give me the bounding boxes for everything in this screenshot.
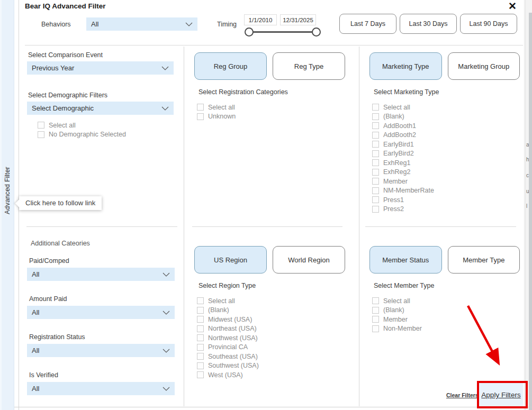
checkbox-option[interactable]: Midwest (USA) [197, 315, 345, 324]
date-range-slider-handle-start[interactable] [245, 28, 254, 37]
checkbox[interactable] [197, 307, 204, 314]
date-range-slider-handle-end[interactable] [312, 28, 321, 37]
clear-filters-link[interactable]: Clear Filters [446, 392, 479, 398]
checkbox-option[interactable]: Northeast (USA) [197, 324, 345, 334]
checkbox-option[interactable]: ExhReg2 [372, 168, 520, 177]
checkbox[interactable] [372, 325, 379, 332]
dialog-title: Bear IQ Advanced Filter [25, 2, 106, 10]
checkbox[interactable] [372, 178, 379, 185]
checkbox-option[interactable]: Southeast (USA) [197, 352, 345, 361]
tab-button[interactable]: Member Type [448, 246, 520, 274]
checkbox-label: Southeast (USA) [208, 353, 258, 360]
side-tab-label[interactable]: Advanced Filter [4, 167, 11, 214]
checkbox-label: Northeast (USA) [208, 325, 257, 332]
checkbox[interactable] [372, 307, 379, 314]
checkbox-option[interactable]: NM-MemberRate [372, 186, 520, 196]
tab-button[interactable]: Reg Type [273, 52, 345, 80]
demographic-dropdown[interactable]: Select Demographic [27, 102, 174, 115]
close-icon[interactable]: ✕ [508, 1, 517, 12]
tab-button[interactable]: US Region [194, 246, 267, 274]
filter-field-dropdown[interactable]: All [27, 344, 175, 357]
checkbox-option[interactable]: AddBooth1 [372, 121, 520, 131]
end-date-input[interactable]: 12/31/2025 [280, 14, 316, 25]
filter-field-dropdown[interactable]: All [27, 268, 175, 281]
checkbox[interactable] [372, 141, 379, 148]
checkbox-option[interactable]: Provincial CA [197, 343, 345, 352]
checkbox-option[interactable]: Press2 [372, 205, 520, 214]
checkbox-option[interactable]: ExhReg1 [372, 158, 520, 168]
checkbox-option[interactable]: Press1 [372, 195, 520, 205]
checkbox[interactable] [197, 371, 204, 378]
checkbox[interactable] [197, 104, 204, 111]
checkbox-option[interactable]: (Blank) [372, 306, 520, 315]
header-divider [25, 45, 523, 45]
checkbox[interactable] [372, 206, 379, 213]
checkbox[interactable] [372, 169, 379, 176]
checkbox[interactable] [197, 334, 204, 341]
checkbox[interactable] [372, 196, 379, 203]
page-scrollbar[interactable] [529, 13, 532, 410]
checkbox-option[interactable]: Non-Member [372, 324, 520, 334]
checkbox-option[interactable]: West (USA) [197, 370, 345, 380]
checkbox-option[interactable]: (Blank) [372, 112, 520, 122]
checkbox[interactable] [197, 353, 204, 360]
checkbox-option[interactable]: AddBooth2 [372, 131, 520, 140]
checkbox[interactable] [372, 150, 379, 157]
checkbox[interactable] [372, 159, 379, 166]
checkbox-option[interactable]: Member [372, 315, 520, 324]
comparison-event-dropdown[interactable]: Previous Year [27, 61, 174, 75]
checkbox[interactable] [372, 122, 379, 129]
checkbox[interactable] [197, 113, 204, 120]
checkbox-option[interactable]: Unknown [197, 112, 345, 122]
checkbox[interactable] [372, 113, 379, 120]
start-date-input[interactable]: 1/1/2010 [244, 14, 277, 25]
checkbox-option[interactable]: Select all [372, 296, 520, 306]
dialog-right-border [524, 0, 525, 410]
checkbox-option[interactable]: Northwest (USA) [197, 333, 345, 343]
checkbox[interactable] [372, 187, 379, 194]
comparison-event-value: Previous Year [32, 64, 158, 72]
checkbox-label: AddBooth2 [383, 131, 416, 139]
apply-filters-button[interactable]: Apply Filters [479, 383, 523, 407]
checkbox[interactable] [38, 131, 44, 138]
member-list-label: Select Member Type [374, 282, 520, 289]
chevron-down-icon [161, 66, 169, 70]
checkbox-option[interactable]: EarlyBird2 [372, 149, 520, 159]
checkbox-label: Unknown [208, 113, 236, 120]
checkbox[interactable] [38, 122, 44, 129]
quick-range-button[interactable]: Last 90 Days [460, 14, 517, 34]
behaviors-dropdown[interactable]: All [86, 17, 197, 31]
checkbox-label: Southwest (USA) [208, 362, 259, 369]
tab-button[interactable]: Marketing Group [448, 52, 520, 80]
checkbox[interactable] [197, 344, 204, 351]
timing-label: Timing [217, 21, 237, 28]
checkbox-option[interactable]: Southwest (USA) [197, 361, 345, 371]
checkbox[interactable] [197, 297, 204, 304]
filter-field-value: All [32, 308, 159, 316]
checkbox-option[interactable]: EarlyBird1 [372, 140, 520, 149]
checkbox-option[interactable]: Member [372, 177, 520, 186]
checkbox[interactable] [197, 316, 204, 323]
checkbox[interactable] [372, 316, 379, 323]
checkbox[interactable] [372, 104, 379, 111]
tab-button[interactable]: Reg Group [194, 52, 267, 80]
checkbox-option[interactable]: No Demographic Selected [38, 130, 126, 140]
checkbox-label: EarlyBird2 [383, 150, 414, 157]
checkbox[interactable] [197, 325, 204, 332]
tab-button[interactable]: World Region [273, 246, 345, 274]
checkbox[interactable] [372, 297, 379, 304]
checkbox-option[interactable]: (Blank) [197, 306, 345, 315]
tab-button[interactable]: Marketing Type [369, 52, 442, 80]
checkbox[interactable] [197, 362, 204, 369]
checkbox-option[interactable]: Select all [38, 121, 126, 130]
checkbox[interactable] [372, 132, 379, 139]
tab-button[interactable]: Member Status [369, 246, 442, 274]
quick-range-button[interactable]: Last 30 Days [400, 14, 457, 34]
filter-field-dropdown[interactable]: All [27, 382, 175, 395]
date-range-slider-track[interactable] [249, 31, 317, 33]
quick-range-button[interactable]: Last 7 Days [339, 14, 396, 34]
filter-field-dropdown[interactable]: All [27, 306, 175, 319]
checkbox-option[interactable]: Select all [372, 103, 520, 112]
checkbox-option[interactable]: Select all [197, 103, 345, 112]
checkbox-option[interactable]: Select all [197, 296, 345, 306]
